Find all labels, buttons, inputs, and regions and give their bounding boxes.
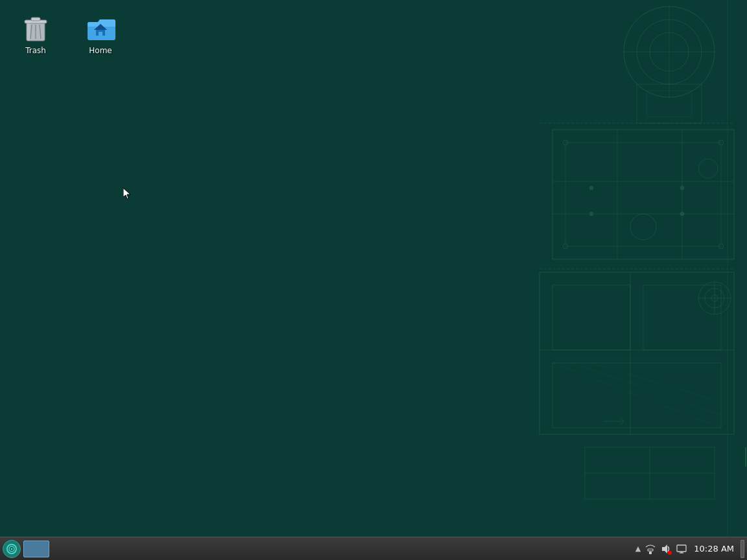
- svg-rect-22: [552, 363, 721, 428]
- svg-marker-56: [123, 188, 130, 199]
- tray-expand-icon[interactable]: ▲: [635, 544, 641, 553]
- apps-button-inner: [6, 544, 17, 554]
- svg-point-14: [698, 159, 718, 178]
- svg-point-15: [563, 140, 568, 145]
- svg-rect-61: [648, 549, 653, 551]
- svg-rect-49: [31, 18, 40, 21]
- network-tray-icon[interactable]: [645, 543, 656, 555]
- mouse-cursor: [123, 188, 131, 200]
- system-tray: ▲: [635, 540, 744, 558]
- svg-line-41: [621, 418, 624, 421]
- desktop: Trash Home: [0, 0, 747, 560]
- svg-line-44: [572, 363, 721, 415]
- trash-icon-label: Trash: [25, 46, 46, 55]
- svg-rect-7: [552, 130, 734, 259]
- svg-rect-8: [565, 143, 721, 246]
- taskbar-left: [3, 540, 49, 558]
- system-clock[interactable]: 10:28 AM: [691, 542, 737, 555]
- apps-logo-icon: [8, 545, 16, 553]
- trash-icon-item[interactable]: Trash: [10, 10, 62, 58]
- svg-rect-6: [646, 91, 692, 117]
- home-svg: [85, 12, 116, 43]
- show-desktop-button[interactable]: [741, 540, 744, 558]
- home-icon-image: [85, 12, 116, 43]
- apps-button[interactable]: [3, 540, 21, 558]
- display-icon-svg: [676, 543, 687, 555]
- svg-line-43: [552, 363, 721, 428]
- display-tray-icon[interactable]: [676, 543, 687, 555]
- svg-rect-19: [540, 272, 734, 434]
- svg-marker-62: [662, 544, 667, 554]
- trash-icon-image: [20, 12, 51, 43]
- svg-point-1: [637, 19, 702, 84]
- svg-point-25: [698, 282, 731, 314]
- svg-point-18: [718, 244, 724, 249]
- svg-rect-20: [552, 285, 630, 350]
- svg-point-16: [718, 140, 724, 145]
- network-icon-svg: [645, 543, 656, 555]
- home-icon-item[interactable]: Home: [75, 10, 126, 58]
- svg-rect-63: [677, 545, 686, 552]
- svg-rect-30: [585, 447, 715, 499]
- svg-rect-5: [637, 84, 702, 123]
- home-icon-label: Home: [89, 46, 112, 55]
- volume-mute-indicator: [668, 551, 672, 555]
- svg-point-26: [705, 288, 724, 308]
- svg-point-36: [680, 186, 684, 190]
- svg-line-45: [591, 363, 721, 402]
- svg-point-2: [650, 32, 689, 71]
- svg-point-0: [624, 6, 715, 97]
- svg-rect-53: [27, 23, 30, 41]
- svg-point-17: [563, 244, 568, 249]
- blueprint-background: [488, 0, 747, 560]
- taskbar-window-item[interactable]: [23, 541, 49, 557]
- svg-point-27: [711, 295, 718, 301]
- svg-line-42: [621, 421, 624, 425]
- desktop-icons-area: Trash Home: [6, 6, 130, 61]
- svg-point-37: [589, 212, 593, 216]
- trash-svg: [20, 12, 51, 43]
- svg-point-35: [589, 186, 593, 190]
- svg-rect-21: [643, 285, 721, 350]
- svg-point-59: [11, 548, 13, 550]
- svg-point-38: [680, 212, 684, 216]
- taskbar: ▲: [0, 537, 747, 560]
- volume-tray-icon[interactable]: [660, 543, 672, 555]
- svg-point-13: [630, 214, 656, 240]
- svg-rect-60: [649, 552, 652, 554]
